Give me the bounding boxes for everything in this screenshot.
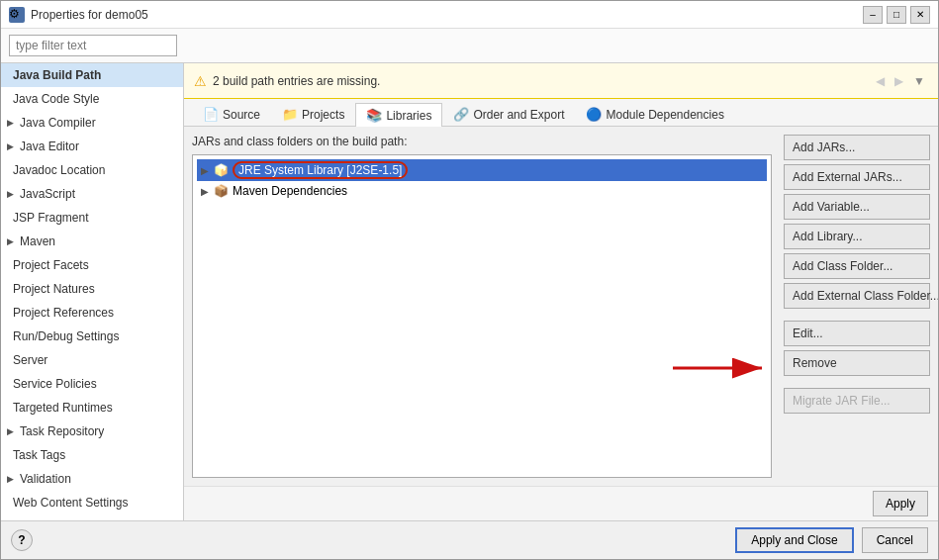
filter-bar (1, 29, 938, 63)
projects-tab-label: Projects (302, 108, 344, 122)
nav-arrows: ◀ ▶ ▼ (873, 74, 928, 88)
add-jars-button[interactable]: Add JARs... (784, 135, 930, 160)
window-controls: – □ ✕ (863, 6, 930, 24)
tree-expand-icon: ▶ (201, 186, 209, 197)
order-export-tab-label: Order and Export (473, 108, 564, 122)
nav-dropdown-button[interactable]: ▼ (910, 74, 928, 88)
sidebar-item-label: Task Repository (20, 422, 104, 440)
nav-back-button[interactable]: ◀ (873, 74, 888, 88)
add-variable-button[interactable]: Add Variable... (784, 194, 930, 220)
sidebar-item-server[interactable]: Server (1, 348, 183, 372)
sidebar-item-label: Project Facets (13, 256, 89, 274)
apply-button[interactable]: Apply (873, 491, 928, 516)
body-split: Java Build PathJava Code Style▶Java Comp… (1, 63, 938, 520)
warning-bar: ⚠ 2 build path entries are missing. ◀ ▶ … (184, 63, 938, 99)
add-class-folder-button[interactable]: Add Class Folder... (784, 253, 930, 279)
sidebar-item-service-policies[interactable]: Service Policies (1, 372, 183, 396)
footer: ? Apply and Close Cancel (1, 520, 938, 559)
sidebar-item-java-build-path[interactable]: Java Build Path (1, 63, 183, 87)
sidebar-item-label: Java Code Style (13, 90, 99, 108)
expand-arrow-icon: ▶ (7, 114, 14, 132)
sidebar-item-label: Project References (13, 304, 114, 322)
tab-projects[interactable]: 📁Projects (271, 102, 355, 126)
button-panel: Add JARs...Add External JARs...Add Varia… (780, 127, 938, 486)
apply-and-close-button[interactable]: Apply and Close (735, 527, 853, 553)
sidebar-item-task-tags[interactable]: Task Tags (1, 443, 183, 467)
module-deps-tab-icon: 🔵 (586, 107, 602, 122)
right-panel: ⚠ 2 build path entries are missing. ◀ ▶ … (184, 63, 938, 520)
tree-item-maven[interactable]: ▶📦Maven Dependencies (197, 181, 767, 201)
sidebar-item-run-debug-settings[interactable]: Run/Debug Settings (1, 325, 183, 348)
sidebar-item-targeted-runtimes[interactable]: Targeted Runtimes (1, 396, 183, 420)
window-icon: ⚙ (9, 7, 25, 23)
properties-dialog: ⚙ Properties for demo05 – □ ✕ Java Build… (0, 0, 939, 560)
sidebar-item-label: Web Content Settings (13, 494, 129, 512)
sidebar-item-label: Javadoc Location (13, 161, 105, 179)
expand-arrow-icon: ▶ (7, 470, 14, 488)
tab-order-export[interactable]: 🔗Order and Export (442, 102, 575, 126)
panel-label: JARs and class folders on the build path… (192, 135, 772, 148)
warning-icon: ⚠ (194, 73, 207, 89)
sidebar-item-task-repository[interactable]: ▶Task Repository (1, 420, 183, 443)
sidebar-item-project-facets[interactable]: Project Facets (1, 253, 183, 277)
tree-item-label: Maven Dependencies (233, 184, 347, 198)
tab-libraries[interactable]: 📚Libraries (355, 103, 442, 127)
sidebar-item-project-references[interactable]: Project References (1, 301, 183, 325)
panel-content: JARs and class folders on the build path… (184, 127, 938, 486)
libraries-tab-label: Libraries (386, 109, 431, 123)
close-button[interactable]: ✕ (910, 6, 930, 24)
sidebar-item-maven[interactable]: ▶Maven (1, 230, 183, 253)
tree-area: ▶📦JRE System Library [J2SE-1.5]▶📦Maven D… (192, 154, 772, 478)
sidebar-item-label: Maven (20, 233, 55, 250)
sidebar-list: Java Build PathJava Code Style▶Java Comp… (1, 63, 183, 520)
sidebar-item-label: Task Tags (13, 446, 65, 464)
add-external-class-folder-button[interactable]: Add External Class Folder... (784, 283, 930, 309)
nav-forward-button[interactable]: ▶ (892, 74, 906, 88)
libraries-tab-icon: 📚 (366, 108, 382, 123)
button-separator (784, 313, 930, 317)
sidebar-item-label: Java Compiler (20, 114, 96, 132)
tree-item-label: JRE System Library [J2SE-1.5] (238, 163, 402, 177)
add-external-jars-button[interactable]: Add External JARs... (784, 164, 930, 190)
maximize-button[interactable]: □ (887, 6, 906, 24)
order-export-tab-icon: 🔗 (453, 107, 469, 122)
sidebar-item-label: JSP Fragment (13, 209, 88, 227)
minimize-button[interactable]: – (863, 6, 883, 24)
tree-item-jre[interactable]: ▶📦JRE System Library [J2SE-1.5] (197, 159, 767, 181)
cancel-button[interactable]: Cancel (862, 527, 928, 553)
source-tab-icon: 📄 (203, 107, 219, 122)
expand-arrow-icon: ▶ (7, 422, 14, 440)
sidebar-item-label: Java Build Path (13, 66, 101, 84)
filter-input[interactable] (9, 35, 177, 56)
maven-icon: 📦 (213, 183, 229, 199)
remove-button[interactable]: Remove (784, 350, 930, 376)
panel-main: JARs and class folders on the build path… (184, 127, 780, 486)
add-library-button[interactable]: Add Library... (784, 224, 930, 249)
source-tab-label: Source (223, 108, 260, 122)
sidebar-item-javascript[interactable]: ▶JavaScript (1, 182, 183, 206)
projects-tab-icon: 📁 (282, 107, 298, 122)
sidebar-item-validation[interactable]: ▶Validation (1, 467, 183, 491)
migrate-jar-button: Migrate JAR File... (784, 388, 930, 414)
sidebar-item-web-content-settings[interactable]: Web Content Settings (1, 491, 183, 514)
sidebar-item-java-code-style[interactable]: Java Code Style (1, 87, 183, 111)
window-title: Properties for demo05 (31, 8, 863, 22)
tree-expand-icon: ▶ (201, 165, 209, 176)
expand-arrow-icon: ▶ (7, 185, 14, 203)
sidebar: Java Build PathJava Code Style▶Java Comp… (1, 63, 184, 520)
tab-module-deps[interactable]: 🔵Module Dependencies (575, 102, 734, 126)
help-button[interactable]: ? (11, 529, 33, 551)
sidebar-item-jsp-fragment[interactable]: JSP Fragment (1, 206, 183, 230)
sidebar-item-java-editor[interactable]: ▶Java Editor (1, 135, 183, 158)
apply-bar: Apply (184, 486, 938, 520)
expand-arrow-icon: ▶ (7, 233, 14, 250)
edit-button[interactable]: Edit... (784, 321, 930, 346)
sidebar-item-label: Service Policies (13, 375, 97, 393)
sidebar-item-project-natures[interactable]: Project Natures (1, 277, 183, 301)
expand-arrow-icon: ▶ (7, 138, 14, 155)
sidebar-item-label: Targeted Runtimes (13, 399, 113, 417)
tab-source[interactable]: 📄Source (192, 102, 271, 126)
sidebar-item-javadoc-location[interactable]: Javadoc Location (1, 158, 183, 182)
sidebar-item-java-compiler[interactable]: ▶Java Compiler (1, 111, 183, 135)
sidebar-item-label: Run/Debug Settings (13, 327, 119, 345)
